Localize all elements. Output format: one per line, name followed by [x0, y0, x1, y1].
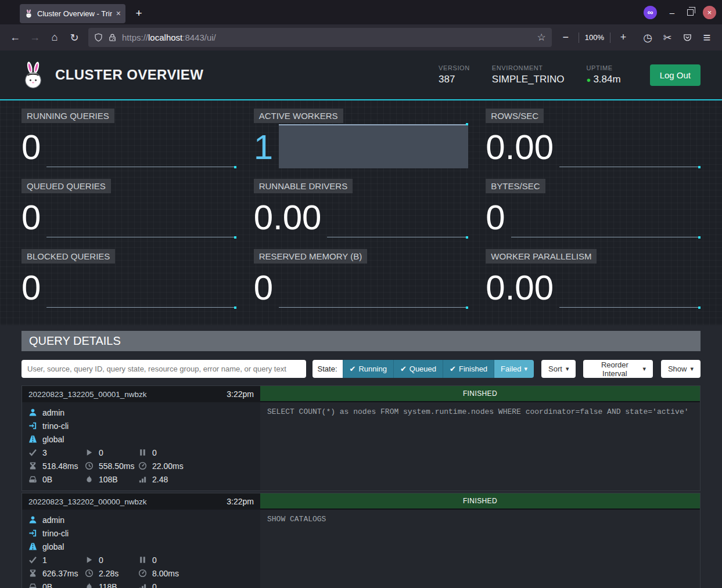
filter-label: Running — [358, 365, 386, 373]
uptime-info: UPTIME ●3.84m — [587, 64, 621, 85]
query-source: trino-cli — [42, 529, 69, 538]
wall-time: 626.37ms — [42, 569, 78, 578]
total-time-clock-icon — [85, 569, 94, 578]
stat-label: RUNNING QUERIES — [21, 109, 114, 123]
stat-value: 0 — [254, 267, 273, 309]
stat-label: BLOCKED QUERIES — [21, 249, 115, 264]
window-close-button[interactable]: × — [703, 6, 716, 19]
new-tab-button[interactable]: + — [130, 5, 148, 22]
back-button[interactable]: ← — [6, 28, 24, 47]
reorder-label: Reorder Interval — [590, 360, 639, 378]
reload-button[interactable]: ↻ — [65, 28, 84, 47]
query-filter-toolbar: State: ✔ Running ✔ Queued ✔ Finished Fai… — [21, 360, 701, 378]
check-icon: ✔ — [400, 365, 407, 373]
reorder-interval-dropdown[interactable]: Reorder Interval ▾ — [583, 360, 653, 378]
completed-splits-check-icon — [28, 555, 37, 564]
browser-titlebar: Cluster Overview - Trino × + ∞ – × — [0, 0, 722, 24]
total-time-clock-icon — [85, 461, 94, 470]
sparkline — [559, 124, 701, 168]
query-state-badge: FINISHED — [260, 386, 700, 402]
sparkline-line — [279, 307, 466, 308]
running-splits-play-icon — [85, 555, 94, 564]
screenshot-icon[interactable]: ✂ — [658, 28, 677, 47]
stat-tile-blocked-queries: BLOCKED QUERIES 0 — [21, 249, 236, 313]
filter-failed-dropdown[interactable]: Failed ▾ — [494, 360, 534, 378]
window-minimize-button[interactable]: – — [666, 8, 678, 17]
filter-running-button[interactable]: ✔ Running — [343, 360, 393, 378]
sparkline-dot — [466, 123, 468, 125]
bookmark-star-icon[interactable]: ☆ — [537, 31, 546, 44]
stat-tile-bytes-sec: BYTES/SEC 0 — [486, 179, 701, 243]
show-dropdown[interactable]: Show ▾ — [661, 360, 701, 378]
forward-button[interactable]: → — [26, 28, 44, 47]
running-splits: 0 — [99, 448, 103, 457]
stat-value: 0 — [486, 197, 505, 239]
tab-close-icon[interactable]: × — [116, 9, 121, 18]
query-search-input[interactable] — [21, 360, 306, 378]
sparkline-dot — [234, 236, 236, 239]
chevron-down-icon: ▾ — [642, 365, 646, 373]
current-memory: 0B — [42, 582, 52, 588]
sort-dropdown[interactable]: Sort ▾ — [541, 360, 576, 378]
sparkline-dot — [466, 236, 468, 239]
stat-tile-queued-queries: QUEUED QUERIES 0 — [21, 179, 236, 243]
environment-label: ENVIRONMENT — [492, 64, 565, 71]
zoom-in-button[interactable]: + — [614, 28, 633, 47]
query-user: admin — [42, 515, 64, 525]
history-clock-icon[interactable]: ◷ — [638, 28, 657, 47]
status-dot: ● — [587, 75, 591, 84]
query-id-link[interactable]: 20220823_132205_00001_nwbzk — [28, 390, 146, 399]
browser-tab[interactable]: Cluster Overview - Trino × — [20, 4, 125, 23]
home-button[interactable]: ⌂ — [45, 28, 64, 47]
window-restore-button[interactable] — [687, 9, 694, 16]
uptime-value: ●3.84m — [587, 74, 621, 85]
query-resource-group: global — [42, 542, 64, 551]
private-browsing-icon: ∞ — [644, 6, 657, 19]
version-label: VERSION — [439, 64, 470, 71]
lock-warning-icon[interactable] — [108, 33, 117, 42]
cumulative-memory-fire-icon — [85, 475, 94, 484]
parallelism: 0 — [152, 582, 157, 588]
query-source: trino-cli — [42, 421, 69, 431]
stat-tile-worker-parallelism: WORKER PARALLELISM 0.00 — [486, 249, 701, 313]
zoom-out-button[interactable]: − — [556, 28, 575, 47]
pocket-icon[interactable] — [678, 28, 696, 47]
queued-splits-pause-icon — [138, 555, 147, 564]
parallelism: 2.48 — [152, 475, 168, 484]
url-text[interactable]: https://localhost:8443/ui/ — [122, 33, 532, 42]
stat-value: 0.00 — [486, 127, 554, 168]
memory-hdd-icon — [28, 582, 37, 588]
chevron-down-icon: ▾ — [525, 365, 528, 373]
stat-label: WORKER PARALLELISM — [486, 249, 597, 264]
completed-splits-check-icon — [28, 448, 37, 457]
stat-label: QUEUED QUERIES — [21, 179, 111, 193]
stat-value: 0 — [21, 127, 41, 168]
query-row: 20220823_132205_00001_nwbzk 3:22pm admin… — [21, 385, 701, 491]
query-sql-text: SELECT COUNT(*) as nodes FROM system.run… — [260, 402, 700, 490]
uptime-label: UPTIME — [587, 64, 621, 71]
logout-button[interactable]: Log Out — [650, 64, 701, 86]
stat-tile-rows-sec: ROWS/SEC 0.00 — [486, 109, 701, 173]
cumulative-memory: 108B — [99, 475, 118, 484]
filter-queued-button[interactable]: ✔ Queued — [393, 360, 443, 378]
environment-info: ENVIRONMENT SIMPLE_TRINO — [492, 64, 565, 85]
query-details-header: QUERY DETAILS — [21, 331, 701, 351]
sparkline-line — [46, 307, 234, 308]
sparkline — [46, 124, 236, 168]
filter-finished-button[interactable]: ✔ Finished — [443, 360, 494, 378]
sparkline-line — [559, 307, 699, 308]
query-time: 3:22pm — [227, 497, 254, 506]
tracking-shield-icon[interactable] — [94, 33, 103, 42]
menu-hamburger-icon[interactable]: ≡ — [698, 28, 716, 47]
running-splits-play-icon — [85, 448, 94, 457]
memory-hdd-icon — [28, 475, 37, 484]
query-id-link[interactable]: 20220823_132202_00000_nwbzk — [28, 497, 146, 506]
cpu-time: 8.00ms — [152, 569, 179, 578]
wall-time-hourglass-icon — [28, 569, 37, 578]
url-scheme: https:// — [122, 33, 148, 42]
sparkline-dot — [234, 166, 236, 168]
zoom-level[interactable]: 100% — [583, 33, 606, 42]
cpu-time-gauge-icon — [138, 461, 147, 470]
address-bar[interactable]: https://localhost:8443/ui/ ☆ — [88, 28, 552, 47]
user-icon — [28, 408, 37, 417]
